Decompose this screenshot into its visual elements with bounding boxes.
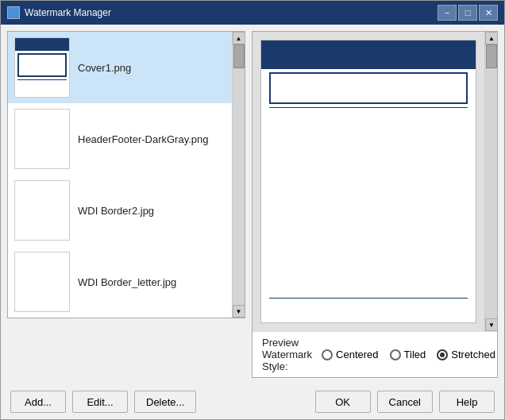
preview-scroll-up[interactable]: ▲ bbox=[485, 32, 497, 44]
add-button[interactable]: Add... bbox=[10, 391, 66, 413]
preview-header-bar bbox=[261, 40, 476, 69]
scroll-up-arrow[interactable]: ▲ bbox=[233, 32, 245, 44]
title-bar: Watermark Manager − □ ✕ bbox=[1, 1, 504, 25]
right-buttons: OK Cancel Help bbox=[315, 391, 495, 413]
watermark-list: Cover1.png HeaderFooter-DarkGray.png bbox=[7, 31, 245, 318]
scroll-down-arrow[interactable]: ▼ bbox=[233, 305, 245, 318]
tiled-label: Tiled bbox=[404, 349, 426, 360]
list-item[interactable]: HeaderFooter-DarkGray.png bbox=[8, 103, 245, 175]
left-buttons: Add... Edit... Delete... bbox=[10, 391, 196, 413]
centered-label: Centered bbox=[336, 349, 378, 360]
stretched-radio[interactable] bbox=[437, 349, 448, 360]
watermark-manager-window: Watermark Manager − □ ✕ bbox=[0, 0, 505, 420]
preview-white-box bbox=[269, 72, 468, 104]
edit-button[interactable]: Edit... bbox=[72, 391, 128, 413]
item-thumbnail bbox=[14, 252, 70, 312]
list-item[interactable]: Cover1.png bbox=[8, 32, 245, 103]
item-thumbnail bbox=[14, 180, 70, 241]
preview-style-label: Preview Watermark Style: bbox=[262, 337, 312, 372]
item-name: WDI Border_letter.jpg bbox=[78, 276, 176, 288]
tiled-radio[interactable] bbox=[390, 349, 401, 360]
preview-area: ▲ ▼ bbox=[252, 32, 497, 331]
window-icon bbox=[7, 6, 20, 19]
radio-group: Centered Tiled Stretched bbox=[322, 349, 495, 360]
preview-scroll-down[interactable]: ▼ bbox=[485, 318, 497, 331]
radio-centered[interactable]: Centered bbox=[322, 349, 378, 360]
preview-panel: ▲ ▼ Preview Watermark Style: Centered bbox=[252, 31, 498, 378]
window-title: Watermark Manager bbox=[25, 7, 438, 18]
item-thumbnail bbox=[14, 37, 70, 98]
radio-tiled[interactable]: Tiled bbox=[390, 349, 426, 360]
delete-button[interactable]: Delete... bbox=[134, 391, 196, 413]
cancel-button[interactable]: Cancel bbox=[377, 391, 433, 413]
scroll-track bbox=[233, 44, 245, 305]
main-content: Cover1.png HeaderFooter-DarkGray.png bbox=[1, 25, 504, 384]
window-controls: − □ ✕ bbox=[438, 5, 498, 21]
preview-style-row: Preview Watermark Style: Centered Tiled bbox=[252, 331, 497, 377]
stretched-label: Stretched bbox=[451, 349, 495, 360]
maximize-button[interactable]: □ bbox=[458, 5, 477, 21]
preview-scroll-thumb[interactable] bbox=[486, 44, 497, 68]
list-scrollbar[interactable]: ▲ ▼ bbox=[232, 32, 245, 318]
preview-bottom-line bbox=[269, 298, 468, 299]
preview-scroll-track bbox=[485, 44, 497, 318]
close-button[interactable]: ✕ bbox=[479, 5, 498, 21]
centered-radio[interactable] bbox=[322, 349, 333, 360]
left-panel-wrap: Cover1.png HeaderFooter-DarkGray.png bbox=[7, 31, 245, 378]
ok-button[interactable]: OK bbox=[315, 391, 371, 413]
minimize-button[interactable]: − bbox=[438, 5, 457, 21]
radio-dot bbox=[440, 353, 445, 357]
help-button[interactable]: Help bbox=[439, 391, 495, 413]
list-area: Cover1.png HeaderFooter-DarkGray.png bbox=[8, 32, 245, 318]
radio-stretched[interactable]: Stretched bbox=[437, 349, 495, 360]
item-name: WDI Border2.jpg bbox=[78, 205, 154, 217]
item-name: Cover1.png bbox=[78, 62, 131, 74]
scroll-thumb[interactable] bbox=[233, 44, 245, 68]
item-name: HeaderFooter-DarkGray.png bbox=[78, 133, 209, 145]
bottom-bar: Add... Edit... Delete... OK Cancel Help bbox=[1, 384, 504, 419]
item-thumbnail bbox=[14, 109, 70, 169]
preview-page bbox=[260, 40, 476, 323]
list-item[interactable]: WDI Border_letter.jpg bbox=[8, 246, 245, 318]
list-item[interactable]: WDI Border2.jpg bbox=[8, 175, 245, 246]
preview-line bbox=[269, 107, 468, 108]
preview-scrollbar[interactable]: ▲ ▼ bbox=[484, 32, 497, 331]
